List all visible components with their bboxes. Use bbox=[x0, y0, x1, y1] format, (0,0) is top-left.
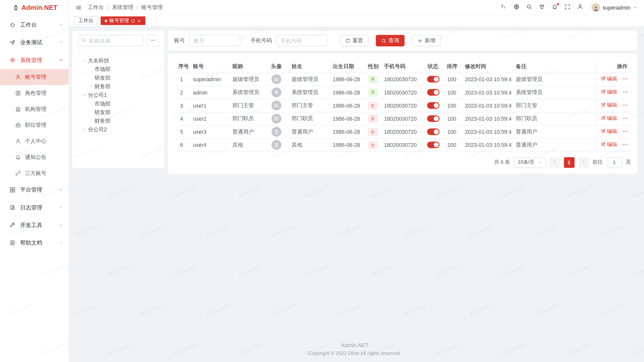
sidebar-item-1[interactable]: 业务测试 bbox=[0, 34, 69, 51]
status-toggle[interactable] bbox=[427, 89, 439, 96]
cell-nickname: 其他 bbox=[228, 138, 265, 151]
gender-badge: 女 bbox=[368, 128, 378, 136]
edit-button[interactable]: 编辑 bbox=[601, 141, 617, 148]
tree-caret-icon[interactable] bbox=[81, 93, 87, 97]
sidebar-item-3[interactable]: 平台管理 bbox=[0, 181, 69, 199]
breadcrumb: 工作台/系统管理/账号管理 bbox=[88, 4, 163, 11]
status-toggle[interactable] bbox=[427, 115, 439, 122]
status-toggle[interactable] bbox=[427, 102, 439, 109]
status-toggle[interactable] bbox=[427, 76, 439, 83]
prev-page-button[interactable] bbox=[549, 157, 560, 167]
cell-remark: 部门主管 bbox=[512, 99, 596, 112]
cell-birthdate: 1986-06-28 bbox=[329, 112, 364, 125]
edit-button[interactable]: 编辑 bbox=[601, 128, 617, 135]
tree-node-1[interactable]: 市场部 bbox=[78, 65, 158, 73]
row-more-button[interactable] bbox=[622, 115, 628, 122]
user-icon[interactable] bbox=[576, 4, 584, 11]
more-icon bbox=[622, 115, 628, 122]
cell-account: user4 bbox=[189, 138, 228, 151]
locale-icon[interactable] bbox=[513, 4, 520, 11]
reset-button[interactable]: 重置 bbox=[340, 35, 368, 47]
search-icon[interactable] bbox=[525, 4, 533, 11]
sidebar-item-0[interactable]: 工作台 bbox=[0, 16, 69, 34]
theme-icon[interactable] bbox=[538, 4, 545, 11]
sidebar-subitem-2-4[interactable]: 个人中心 bbox=[0, 133, 69, 149]
cell-status bbox=[423, 99, 443, 112]
tab-1[interactable]: 账号管理 bbox=[101, 16, 145, 25]
org-search-input[interactable] bbox=[78, 35, 144, 47]
cell-name: 部门主管 bbox=[288, 99, 329, 112]
user-icon bbox=[15, 74, 21, 80]
avatar: 普 bbox=[271, 127, 281, 137]
column-header-7: 手机号码 bbox=[380, 60, 423, 73]
tree-node-8[interactable]: 分公司2 bbox=[78, 125, 158, 134]
edit-button[interactable]: 编辑 bbox=[601, 115, 617, 122]
page-button-1[interactable]: 1 bbox=[564, 157, 574, 167]
refresh-icon[interactable] bbox=[131, 19, 135, 23]
tab-bar: 工作台账号管理 bbox=[69, 15, 644, 27]
phone-input[interactable] bbox=[276, 35, 327, 47]
chevron-down-icon bbox=[59, 188, 63, 192]
sidebar-item-6[interactable]: 帮助文档 bbox=[0, 234, 69, 252]
edit-button[interactable]: 编辑 bbox=[601, 75, 617, 82]
tree-node-5[interactable]: 市场部 bbox=[78, 99, 158, 108]
tree-node-2[interactable]: 研发部 bbox=[78, 73, 158, 82]
cell-remark: 超级管理员 bbox=[512, 73, 596, 86]
notification-bell-icon[interactable] bbox=[551, 4, 558, 11]
tree-caret-icon[interactable] bbox=[88, 84, 94, 88]
sidebar-subitem-2-3[interactable]: 职位管理 bbox=[0, 117, 69, 133]
row-more-button[interactable] bbox=[622, 128, 628, 135]
sidebar-item-2[interactable]: 系统管理 bbox=[0, 51, 69, 69]
breadcrumb-item-0[interactable]: 工作台 bbox=[88, 4, 104, 11]
tree-node-3[interactable]: 财务部 bbox=[78, 82, 158, 91]
breadcrumb-item-2[interactable]: 账号管理 bbox=[141, 4, 163, 11]
edit-button[interactable]: 编辑 bbox=[601, 102, 617, 109]
sidebar-subitem-2-0[interactable]: 账号管理 bbox=[0, 69, 69, 85]
sidebar-subitem-2-6[interactable]: 三方账号 bbox=[0, 165, 69, 181]
user-menu[interactable]: superadmin bbox=[591, 3, 637, 12]
logo[interactable]: Admin.NET bbox=[0, 0, 69, 15]
goto-page-input[interactable] bbox=[607, 157, 622, 167]
row-more-button[interactable] bbox=[622, 142, 628, 149]
sidebar-item-label: 工作台 bbox=[20, 21, 59, 28]
row-more-button[interactable] bbox=[622, 102, 628, 109]
edit-button[interactable]: 编辑 bbox=[601, 89, 617, 96]
tree-node-label: 财务部 bbox=[95, 83, 111, 90]
cell-phone: 18020030720 bbox=[380, 138, 423, 151]
status-toggle[interactable] bbox=[427, 128, 439, 135]
sidebar-subitem-2-5[interactable]: 通知公告 bbox=[0, 149, 69, 165]
main-column: 工作台/系统管理/账号管理 Tt superadmin 工作台账号管理 bbox=[69, 0, 644, 362]
query-button[interactable]: 查询 bbox=[376, 35, 405, 47]
tree-node-7[interactable]: 财务部 bbox=[78, 117, 158, 125]
org-more-button[interactable] bbox=[147, 35, 158, 47]
table-row: 3user1部门主管部部门主管1986-06-28女18020030720100… bbox=[174, 99, 631, 112]
menu-collapse-icon[interactable] bbox=[75, 4, 82, 10]
close-icon[interactable] bbox=[137, 19, 141, 23]
tree-node-label: 研发部 bbox=[95, 74, 111, 81]
sidebar-item-4[interactable]: 日志管理 bbox=[0, 199, 69, 216]
row-more-button[interactable] bbox=[622, 89, 628, 96]
gender-badge: 男 bbox=[368, 75, 378, 83]
page-size-select[interactable]: 10条/页 bbox=[514, 157, 546, 167]
link-icon bbox=[15, 170, 21, 176]
tree-node-6[interactable]: 研发部 bbox=[78, 108, 158, 116]
tree-caret-icon[interactable] bbox=[81, 127, 87, 131]
fullscreen-icon[interactable] bbox=[564, 4, 571, 11]
status-toggle[interactable] bbox=[427, 142, 439, 148]
sidebar-subitem-2-2[interactable]: 机构管理 bbox=[0, 101, 69, 117]
add-button[interactable]: 新增 bbox=[412, 35, 441, 47]
font-size-icon[interactable]: Tt bbox=[500, 4, 507, 11]
next-page-button[interactable] bbox=[578, 157, 589, 167]
tree-caret-icon[interactable] bbox=[81, 59, 87, 63]
tree-node-4[interactable]: 分公司1 bbox=[78, 91, 158, 99]
org-search-wrap bbox=[78, 35, 144, 47]
row-more-button[interactable] bbox=[622, 76, 628, 83]
cell-no: 2 bbox=[174, 86, 189, 99]
tab-0[interactable]: 工作台 bbox=[74, 16, 97, 25]
account-input[interactable] bbox=[189, 35, 240, 47]
sidebar-subitem-2-1[interactable]: 角色管理 bbox=[0, 85, 69, 101]
sidebar-item-5[interactable]: 开发工具 bbox=[0, 216, 69, 234]
breadcrumb-item-1[interactable]: 系统管理 bbox=[112, 4, 133, 11]
tab-label: 工作台 bbox=[78, 17, 93, 24]
tree-node-0[interactable]: 大名科技 bbox=[78, 56, 158, 65]
